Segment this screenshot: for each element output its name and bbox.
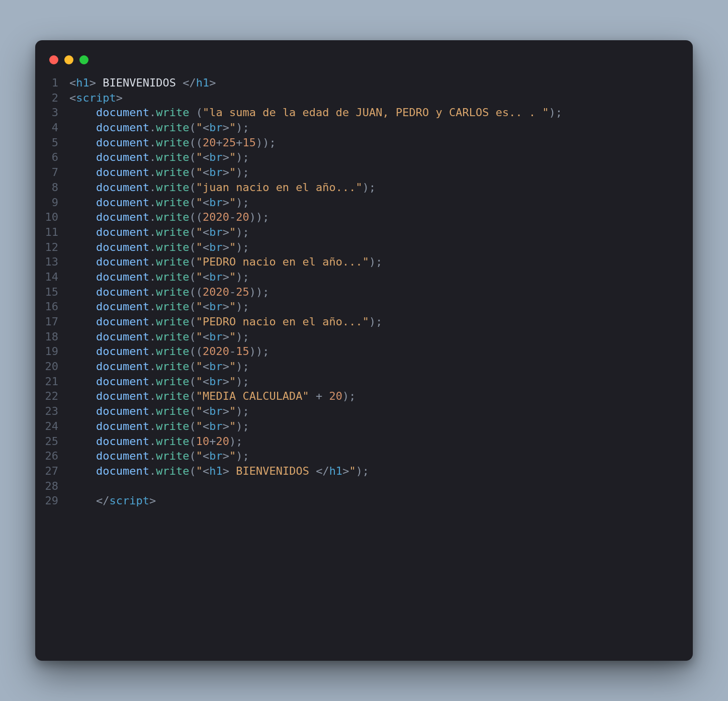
- code-line[interactable]: 8 document.write("juan nacio en el año..…: [35, 180, 693, 195]
- line-number: 1: [35, 75, 69, 91]
- line-number: 18: [35, 329, 69, 344]
- line-number: 3: [35, 105, 69, 120]
- line-content: document.write("MEDIA CALCULADA" + 20);: [69, 389, 693, 404]
- line-number: 23: [35, 404, 69, 419]
- line-number: 21: [35, 374, 69, 389]
- line-number: 5: [35, 135, 69, 150]
- code-line[interactable]: 25 document.write(10+20);: [35, 434, 693, 449]
- line-content: document.write((20+25+15));: [69, 135, 693, 150]
- code-window: 1<h1> BIENVENIDOS </h1>2<script>3 docume…: [35, 40, 693, 661]
- line-content: document.write("<br>");: [69, 225, 693, 240]
- line-content: document.write("<br>");: [69, 359, 693, 374]
- line-number: 6: [35, 150, 69, 165]
- code-line[interactable]: 2<script>: [35, 91, 693, 106]
- line-number: 29: [35, 493, 69, 508]
- line-content: </script>: [69, 493, 693, 508]
- line-content: document.write("<br>");: [69, 419, 693, 434]
- zoom-icon[interactable]: [79, 55, 88, 64]
- code-line[interactable]: 26 document.write("<br>");: [35, 449, 693, 464]
- line-content: document.write("<br>");: [69, 240, 693, 255]
- line-number: 27: [35, 464, 69, 479]
- code-line[interactable]: 7 document.write("<br>");: [35, 165, 693, 180]
- line-content: [69, 479, 693, 494]
- line-number: 17: [35, 314, 69, 329]
- line-number: 7: [35, 165, 69, 180]
- line-content: document.write ("la suma de la edad de J…: [69, 105, 693, 120]
- line-content: <h1> BIENVENIDOS </h1>: [69, 75, 693, 91]
- code-line[interactable]: 12 document.write("<br>");: [35, 240, 693, 255]
- code-line[interactable]: 3 document.write ("la suma de la edad de…: [35, 105, 693, 120]
- line-number: 28: [35, 479, 69, 494]
- line-content: document.write("<h1> BIENVENIDOS </h1>")…: [69, 464, 693, 479]
- line-content: document.write("PEDRO nacio en el año...…: [69, 314, 693, 329]
- line-number: 11: [35, 225, 69, 240]
- line-content: document.write("<br>");: [69, 404, 693, 419]
- code-line[interactable]: 28: [35, 479, 693, 494]
- code-line[interactable]: 24 document.write("<br>");: [35, 419, 693, 434]
- line-content: document.write("PEDRO nacio en el año...…: [69, 254, 693, 270]
- code-line[interactable]: 21 document.write("<br>");: [35, 374, 693, 389]
- code-line[interactable]: 14 document.write("<br>");: [35, 270, 693, 285]
- line-number: 22: [35, 389, 69, 404]
- code-line[interactable]: 22 document.write("MEDIA CALCULADA" + 20…: [35, 389, 693, 404]
- line-content: document.write("<br>");: [69, 120, 693, 135]
- code-line[interactable]: 9 document.write("<br>");: [35, 195, 693, 210]
- minimize-icon[interactable]: [64, 55, 73, 64]
- code-line[interactable]: 29 </script>: [35, 493, 693, 508]
- line-number: 13: [35, 254, 69, 270]
- line-number: 4: [35, 120, 69, 135]
- line-number: 12: [35, 240, 69, 255]
- line-number: 20: [35, 359, 69, 374]
- code-line[interactable]: 16 document.write("<br>");: [35, 299, 693, 314]
- line-number: 19: [35, 344, 69, 359]
- close-icon[interactable]: [49, 55, 58, 64]
- line-content: <script>: [69, 91, 693, 106]
- code-line[interactable]: 1<h1> BIENVENIDOS </h1>: [35, 75, 693, 91]
- window-titlebar: [35, 52, 693, 75]
- line-number: 24: [35, 419, 69, 434]
- line-content: document.write("<br>");: [69, 195, 693, 210]
- code-line[interactable]: 17 document.write("PEDRO nacio en el año…: [35, 314, 693, 329]
- code-line[interactable]: 10 document.write((2020-20));: [35, 210, 693, 225]
- line-content: document.write(10+20);: [69, 434, 693, 449]
- line-number: 15: [35, 285, 69, 300]
- line-content: document.write("<br>");: [69, 329, 693, 344]
- code-line[interactable]: 20 document.write("<br>");: [35, 359, 693, 374]
- line-content: document.write("<br>");: [69, 270, 693, 285]
- code-line[interactable]: 27 document.write("<h1> BIENVENIDOS </h1…: [35, 464, 693, 479]
- line-number: 8: [35, 180, 69, 195]
- line-content: document.write("<br>");: [69, 150, 693, 165]
- line-content: document.write((2020-20));: [69, 210, 693, 225]
- line-content: document.write("<br>");: [69, 374, 693, 389]
- code-line[interactable]: 11 document.write("<br>");: [35, 225, 693, 240]
- line-number: 10: [35, 210, 69, 225]
- line-number: 14: [35, 270, 69, 285]
- line-content: document.write((2020-15));: [69, 344, 693, 359]
- code-line[interactable]: 5 document.write((20+25+15));: [35, 135, 693, 150]
- line-number: 2: [35, 91, 69, 106]
- code-line[interactable]: 4 document.write("<br>");: [35, 120, 693, 135]
- line-content: document.write("juan nacio en el año..."…: [69, 180, 693, 195]
- code-line[interactable]: 18 document.write("<br>");: [35, 329, 693, 344]
- line-number: 9: [35, 195, 69, 210]
- line-content: document.write("<br>");: [69, 299, 693, 314]
- line-number: 16: [35, 299, 69, 314]
- line-content: document.write((2020-25));: [69, 285, 693, 300]
- code-line[interactable]: 13 document.write("PEDRO nacio en el año…: [35, 254, 693, 270]
- code-line[interactable]: 15 document.write((2020-25));: [35, 285, 693, 300]
- line-number: 25: [35, 434, 69, 449]
- line-content: document.write("<br>");: [69, 449, 693, 464]
- code-line[interactable]: 23 document.write("<br>");: [35, 404, 693, 419]
- line-number: 26: [35, 449, 69, 464]
- line-content: document.write("<br>");: [69, 165, 693, 180]
- code-line[interactable]: 19 document.write((2020-15));: [35, 344, 693, 359]
- code-editor[interactable]: 1<h1> BIENVENIDOS </h1>2<script>3 docume…: [35, 75, 693, 508]
- code-line[interactable]: 6 document.write("<br>");: [35, 150, 693, 165]
